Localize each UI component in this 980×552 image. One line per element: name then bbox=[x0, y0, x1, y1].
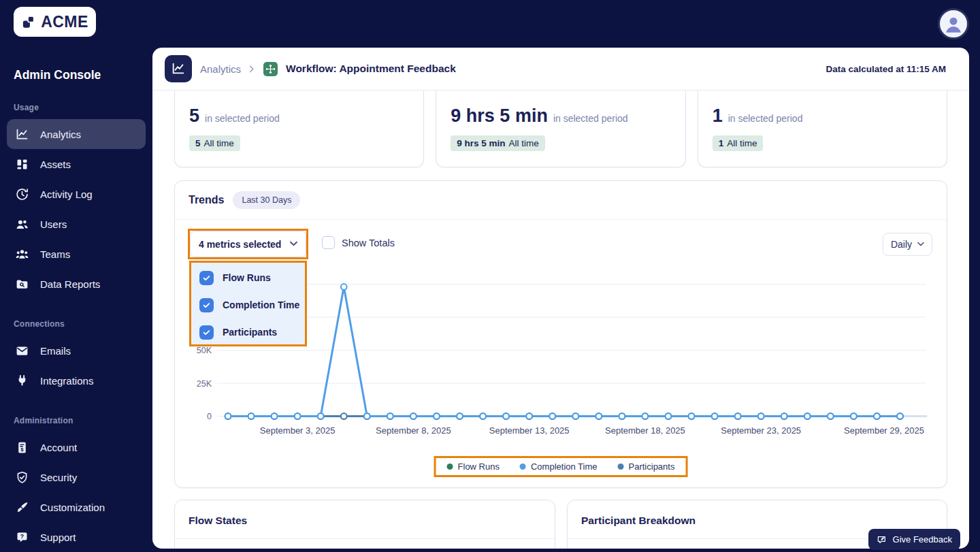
sidebar-item-label: Account bbox=[40, 442, 77, 453]
breadcrumb-current-page: Workflow: Appointment Feedback bbox=[286, 63, 456, 75]
last-30-days-badge: Last 30 Days bbox=[233, 191, 300, 209]
workflow-icon bbox=[263, 62, 278, 76]
sidebar-item-label: Teams bbox=[40, 248, 70, 260]
all-time-value: 5 bbox=[195, 138, 201, 148]
stat-value: 9 hrs 5 min bbox=[451, 105, 548, 127]
sidebar-item-emails[interactable]: Emails bbox=[7, 336, 146, 366]
feedback-label: Give Feedback bbox=[893, 534, 952, 545]
sidebar-item-assets[interactable]: Assets bbox=[7, 149, 146, 179]
legend-label: Participants bbox=[629, 461, 675, 472]
checkbox-unchecked[interactable] bbox=[322, 236, 335, 249]
metrics-dropdown-annotation-box: 4 metrics selected bbox=[188, 229, 308, 259]
sidebar-item-label: Activity Log bbox=[40, 189, 93, 200]
legend-item-completion-time[interactable]: Completion Time bbox=[520, 461, 598, 472]
flow-states-card: Flow States bbox=[174, 500, 555, 549]
stat-period-label: in selected period bbox=[205, 113, 280, 124]
metrics-dropdown-button[interactable]: 4 metrics selected bbox=[190, 231, 306, 257]
stat-period-label: in selected period bbox=[553, 113, 628, 124]
svg-text:50K: 50K bbox=[197, 346, 212, 355]
chart-line-icon bbox=[15, 127, 29, 142]
sidebar-item-label: Data Reports bbox=[40, 278, 100, 290]
chevron-down-icon bbox=[917, 242, 924, 247]
stat-value: 5 bbox=[189, 105, 199, 127]
metrics-dropdown-panel: Flow Runs Completion Time Participants bbox=[189, 261, 307, 346]
breadcrumb-analytics-link[interactable]: Analytics bbox=[200, 63, 241, 75]
users-icon bbox=[15, 217, 29, 231]
sidebar-item-label: Emails bbox=[40, 345, 71, 357]
checkbox-checked[interactable] bbox=[199, 325, 214, 340]
show-totals-label: Show Totals bbox=[342, 238, 395, 248]
sidebar-item-account[interactable]: $ Account bbox=[7, 432, 146, 462]
sidebar-item-security[interactable]: Security bbox=[7, 462, 146, 492]
metric-option-completion-time[interactable]: Completion Time bbox=[191, 291, 305, 319]
breadcrumb: Analytics Workflow: Appointment Feedback… bbox=[152, 48, 969, 91]
data-calculated-timestamp: Data calculated at 11:15 AM bbox=[826, 64, 946, 74]
all-time-badge: 1All time bbox=[713, 135, 764, 151]
stats-row: 5 in selected period 5All time 9 hrs 5 m… bbox=[174, 91, 947, 167]
sidebar-item-integrations[interactable]: Integrations bbox=[7, 366, 146, 395]
analytics-icon-button[interactable] bbox=[165, 55, 192, 82]
stat-period-label: in selected period bbox=[728, 113, 803, 124]
all-time-badge: 9 hrs 5 minAll time bbox=[451, 135, 545, 151]
sidebar-item-customization[interactable]: Customization bbox=[7, 492, 146, 522]
sidebar-item-label: Customization bbox=[40, 502, 105, 513]
flow-runs-dot-icon bbox=[447, 464, 453, 470]
svg-text:September 23, 2025: September 23, 2025 bbox=[721, 425, 801, 436]
svg-text:September 13, 2025: September 13, 2025 bbox=[489, 425, 570, 436]
section-label-connections: Connections bbox=[14, 319, 139, 329]
sidebar-item-label: Assets bbox=[40, 159, 71, 170]
sidebar-item-support[interactable]: ? Support bbox=[7, 522, 146, 552]
completion-time-dot-icon bbox=[520, 464, 526, 470]
participants-dot-icon bbox=[618, 464, 624, 470]
paint-brush-icon bbox=[15, 500, 29, 515]
granularity-value: Daily bbox=[891, 239, 912, 250]
chat-question-icon: ? bbox=[15, 530, 29, 545]
checkbox-checked[interactable] bbox=[199, 298, 214, 312]
bottom-cards-row: Flow States Participant Breakdown bbox=[174, 500, 947, 549]
show-totals-checkbox[interactable]: Show Totals bbox=[322, 236, 395, 249]
sidebar-item-activity-log[interactable]: Activity Log bbox=[7, 179, 146, 209]
sidebar-item-label: Security bbox=[40, 472, 77, 483]
stat-card-flow-runs: 5 in selected period 5All time bbox=[174, 91, 424, 167]
sidebar-item-analytics[interactable]: Analytics bbox=[7, 119, 146, 149]
svg-text:September 29, 2025: September 29, 2025 bbox=[844, 425, 924, 436]
sidebar-item-label: Analytics bbox=[40, 129, 81, 140]
all-time-label: All time bbox=[727, 138, 757, 148]
checkbox-checked[interactable] bbox=[199, 271, 214, 285]
sidebar-item-label: Support bbox=[40, 532, 76, 543]
trends-card: Trends Last 30 Days 4 metrics selected S… bbox=[174, 180, 947, 488]
flow-states-title: Flow States bbox=[175, 500, 555, 539]
assets-blocks-icon bbox=[15, 157, 29, 172]
user-avatar[interactable] bbox=[938, 8, 969, 39]
sidebar-item-data-reports[interactable]: Data Reports bbox=[7, 269, 146, 299]
main-panel: Analytics Workflow: Appointment Feedback… bbox=[152, 48, 969, 549]
sidebar-item-teams[interactable]: Teams bbox=[7, 239, 146, 269]
svg-text:September 3, 2025: September 3, 2025 bbox=[260, 425, 336, 436]
legend-label: Completion Time bbox=[531, 461, 598, 472]
sidebar-item-users[interactable]: Users bbox=[7, 209, 146, 239]
chart-line-icon bbox=[171, 61, 186, 76]
billing-receipt-icon: $ bbox=[15, 440, 29, 455]
metric-option-label: Completion Time bbox=[223, 299, 299, 310]
stat-value: 1 bbox=[713, 105, 723, 127]
all-time-badge: 5All time bbox=[189, 135, 240, 151]
metric-option-participants[interactable]: Participants bbox=[191, 319, 305, 346]
metrics-dropdown-label: 4 metrics selected bbox=[199, 239, 281, 250]
teams-icon bbox=[15, 247, 29, 261]
metric-option-flow-runs[interactable]: Flow Runs bbox=[191, 264, 305, 291]
granularity-select[interactable]: Daily bbox=[883, 233, 932, 256]
all-time-label: All time bbox=[509, 138, 539, 148]
all-time-value: 1 bbox=[719, 138, 724, 148]
history-clock-icon bbox=[15, 187, 29, 201]
plug-icon bbox=[15, 374, 29, 388]
legend-annotation-box: Flow Runs Completion Time Participants bbox=[434, 456, 688, 477]
svg-text:25K: 25K bbox=[197, 379, 212, 389]
legend-item-participants[interactable]: Participants bbox=[618, 461, 675, 472]
envelope-icon bbox=[15, 344, 29, 358]
section-label-usage: Usage bbox=[14, 103, 139, 112]
legend-item-flow-runs[interactable]: Flow Runs bbox=[447, 461, 500, 472]
give-feedback-button[interactable]: Give Feedback bbox=[868, 529, 960, 550]
acme-logo[interactable]: ACME bbox=[14, 7, 96, 37]
trends-title: Trends bbox=[189, 194, 224, 206]
folder-search-icon bbox=[15, 277, 29, 291]
